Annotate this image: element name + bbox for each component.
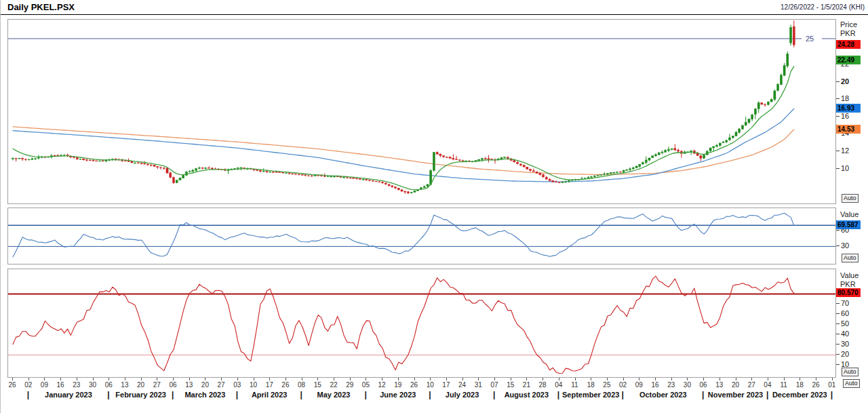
time-tick-label: 26 [812, 381, 819, 389]
green-ma-badge: 22.49 [836, 56, 861, 64]
time-tick-label: 19 [394, 381, 401, 389]
time-tick-label: 11 [571, 381, 578, 389]
time-tick-label: 20 [732, 381, 739, 389]
price-tick-16-dash [836, 116, 840, 117]
price-tick-10-dash [836, 168, 840, 169]
month-separator: | [107, 390, 109, 399]
candlestick-chart-canvas[interactable]: 25 [8, 20, 835, 203]
month-separator: | [557, 390, 559, 399]
time-tick-label: 23 [73, 381, 80, 389]
time-tick-label: 04 [555, 381, 562, 389]
stoch-indicator-pane[interactable] [7, 269, 836, 378]
month-label: June 2023 [380, 391, 416, 399]
time-tick-label: 11 [780, 381, 787, 389]
time-tick-label: 27 [218, 381, 225, 389]
month-label: January 2023 [45, 391, 92, 399]
time-tick [189, 378, 190, 380]
time-tick [44, 378, 45, 380]
time-tick-label: 15 [314, 381, 321, 389]
stoch-tick-30-dash [836, 344, 840, 345]
price-tick-16: 16 [841, 112, 849, 120]
rsi-indicator-pane[interactable] [7, 208, 836, 264]
time-tick-label: 02 [24, 381, 32, 389]
time-tick [60, 378, 61, 380]
time-tick-label: 13 [121, 381, 128, 389]
time-tick-label: 07 [490, 381, 498, 389]
price-tick-20-dash [836, 81, 840, 82]
time-tick [108, 378, 109, 380]
time-tick-label: 30 [89, 381, 96, 389]
time-tick [478, 378, 479, 380]
time-tick [350, 378, 351, 380]
stoch-tick-40: 40 [841, 330, 849, 338]
stoch-tick-50: 50 [841, 319, 849, 328]
time-tick-label: 17 [442, 381, 450, 389]
time-tick-label: 31 [475, 381, 482, 389]
month-label: December 2023 [772, 391, 827, 399]
time-tick [591, 378, 591, 380]
main-price-pane[interactable]: 25 [7, 19, 836, 204]
stoch-tick-50-dash [836, 323, 840, 324]
stoch-tick-70: 70 [841, 299, 849, 307]
time-tick-label: 17 [266, 381, 273, 389]
time-tick-label: 25 [603, 381, 610, 389]
time-tick-label: 04 [764, 381, 771, 389]
rsi-value-badge: 69.587 [836, 220, 861, 229]
time-tick-label: 30 [684, 381, 691, 389]
stoch-chart-canvas[interactable] [8, 269, 835, 377]
orange-ma-line [13, 127, 794, 174]
stoch-line [13, 276, 794, 373]
time-tick-label: 02 [619, 381, 627, 389]
time-tick [205, 378, 205, 380]
month-separator: | [702, 390, 704, 399]
chart-title: Daily PKEL.PSX [7, 2, 75, 12]
time-tick-label: 27 [748, 381, 755, 389]
time-tick [719, 378, 720, 380]
month-separator: | [27, 390, 29, 399]
time-tick-label: 24 [458, 381, 466, 389]
last-price-badge: 24.28 [836, 40, 861, 49]
rsi-chart-canvas[interactable] [8, 208, 835, 264]
rsi-line [13, 213, 794, 257]
time-tick [334, 378, 334, 380]
month-separator: | [831, 390, 833, 399]
time-tick [237, 378, 238, 380]
time-tick [414, 378, 415, 380]
stoch-value-badge: 80.570 [836, 288, 861, 297]
time-tick [559, 378, 559, 380]
stoch-tick-40-dash [836, 334, 840, 334]
stoch-tick-10: 10 [841, 360, 849, 368]
time-tick-label: 01 [828, 381, 835, 389]
month-separator: | [622, 390, 624, 399]
time-tick-label: 03 [233, 381, 241, 389]
stoch-tick-10-dash [836, 364, 840, 365]
time-tick [317, 378, 318, 380]
month-label: November 2023 [708, 391, 763, 399]
price-tick-20: 20 [841, 77, 849, 85]
time-tick-label: 20 [137, 381, 144, 389]
month-separator: | [364, 390, 366, 399]
time-tick-label: 28 [539, 381, 547, 389]
time-tick [462, 378, 463, 380]
time-tick-label: 29 [346, 381, 353, 389]
stoch-tick-60-dash [836, 313, 840, 314]
time-tick [28, 378, 29, 380]
month-separator: | [429, 390, 431, 399]
time-tick [736, 378, 736, 380]
price-tick-10: 10 [841, 164, 849, 172]
time-tick [623, 378, 624, 380]
time-tick [494, 378, 495, 380]
time-tick [382, 378, 382, 380]
time-tick [607, 378, 608, 380]
time-tick [285, 378, 286, 380]
time-tick [157, 378, 157, 380]
time-tick-label: 13 [715, 381, 723, 389]
blue-ma-badge: 16.93 [836, 104, 861, 113]
time-tick [816, 378, 816, 380]
price-level-label: 25 [806, 35, 814, 43]
time-tick-label: 22 [330, 381, 337, 389]
time-tick-label: 26 [281, 381, 289, 389]
time-tick-label: 26 [8, 381, 16, 389]
time-tick-label: 16 [651, 381, 658, 389]
time-tick [800, 378, 800, 380]
